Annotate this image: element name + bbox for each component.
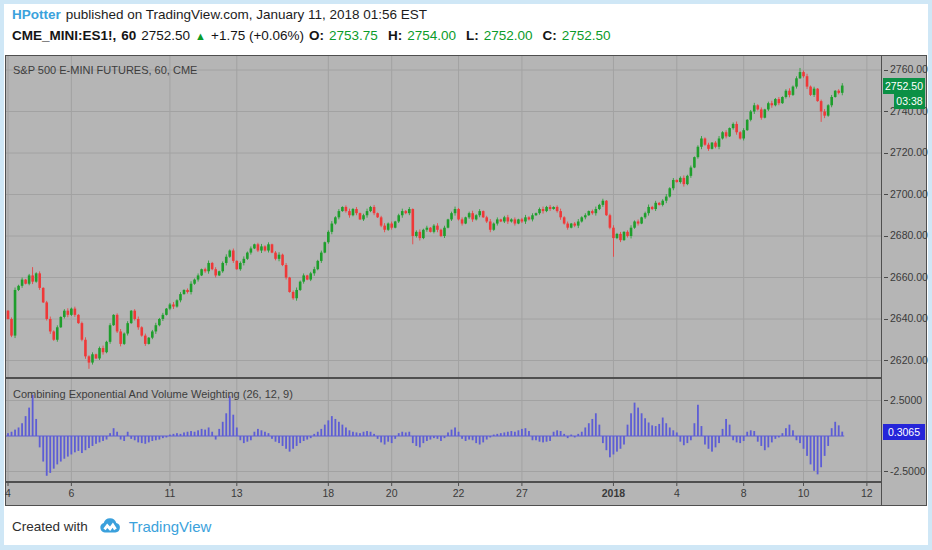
low-value: 2752.00 [484,28,533,43]
branding-footer: Created with TradingView [4,506,928,545]
chart-container: S&P 500 E-MINI FUTURES, 60, CME Combinin… [5,55,927,506]
price-tick-label: 2620.00 [884,354,928,366]
price-tick-label: 2660.00 [884,271,928,283]
price-axis: 2760.002740.002720.002700.002680.002660.… [881,56,926,505]
close-value: 2752.50 [562,28,611,43]
time-axis-label: 27 [516,487,528,499]
time-axis-label: 6 [68,487,74,499]
bar-countdown-badge: 03:38 [894,94,925,109]
high-label: H: [388,28,402,43]
time-axis-label: 20 [386,487,398,499]
time-axis-label: 18 [322,487,334,499]
indicator-value-badge: 0.3065 [883,424,925,440]
price-change: +1.75 (+0.06%) [211,28,304,43]
price-tick-label: 2640.00 [884,312,928,324]
indicator-tick-label: 2.5000 [884,394,922,406]
time-axis-label: 10 [798,487,810,499]
time-axis-label: 13 [231,487,243,499]
main-panel-title: S&P 500 E-MINI FUTURES, 60, CME [13,64,197,76]
time-axis: 461113182022272018481012 [6,482,881,505]
candlestick-and-histogram-plot [6,56,881,505]
tradingview-brand-link[interactable]: TradingView [129,518,212,535]
author-link[interactable]: HPotter [12,7,61,22]
publish-info-line: HPotterpublished on TradingView.com, Jan… [12,7,427,22]
time-axis-label: 4 [674,487,680,499]
up-arrow-icon: ▲ [195,30,206,42]
time-axis-label: 2018 [602,487,625,499]
tradingview-cloud-logo-icon [98,515,122,537]
symbol-interval: 60 [121,28,136,43]
outer-frame: HPotterpublished on TradingView.com, Jan… [0,0,932,550]
last-price-badge: 2752.50 [883,78,925,94]
high-value: 2754.00 [407,28,456,43]
created-with-text: Created with [12,519,88,534]
time-axis-label: 4 [5,487,11,499]
time-axis-label: 8 [741,487,747,499]
time-axis-label: 11 [164,487,175,499]
indicator-panel-title: Combining Exponential And Volume Weighti… [13,388,293,400]
low-label: L: [466,28,479,43]
indicator-tick-label: -2.5000 [884,465,926,477]
symbol-name: CME_MINI:ES1!, [12,28,116,43]
price-tick-label: 2720.00 [884,146,928,158]
symbol-status-line: CME_MINI:ES1!,602752.50▲+1.75 (+0.06%)O:… [12,28,621,43]
chart-canvas: S&P 500 E-MINI FUTURES, 60, CME Combinin… [6,56,881,505]
price-tick-label: 2700.00 [884,188,928,200]
open-label: O: [309,28,324,43]
close-label: C: [543,28,557,43]
time-axis-label: 12 [861,487,873,499]
last-price: 2752.50 [141,28,190,43]
published-chart-page: HPotterpublished on TradingView.com, Jan… [4,4,928,545]
open-value: 2753.75 [329,28,378,43]
price-tick-label: 2760.00 [884,63,928,75]
publish-text: published on TradingView.com, January 11… [66,7,427,22]
time-axis-label: 22 [453,487,465,499]
price-tick-label: 2680.00 [884,229,928,241]
